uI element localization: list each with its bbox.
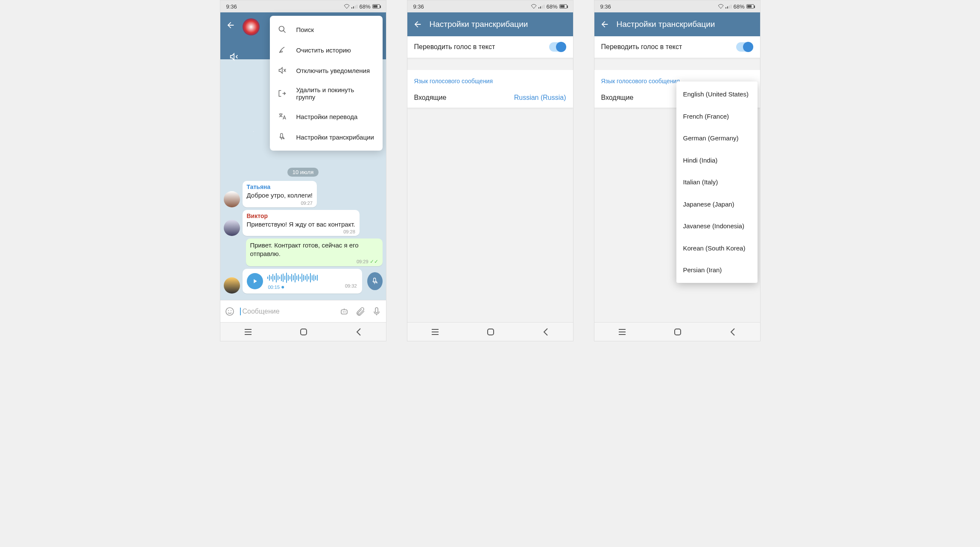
transcribe-fab[interactable]	[367, 272, 383, 290]
emoji-icon[interactable]	[224, 306, 236, 317]
message-row: Татьяна Доброе утро, коллеги! 09:27	[224, 181, 383, 207]
avatar[interactable]	[224, 277, 240, 294]
read-checks-icon: ✓✓	[370, 259, 378, 265]
wifi-icon	[344, 4, 350, 9]
toggle-voice-to-text-row[interactable]: Переводить голос в текст	[407, 36, 573, 58]
svg-rect-21	[540, 6, 541, 9]
status-right: 68%	[718, 3, 754, 10]
back-button[interactable]	[600, 19, 610, 29]
message-input[interactable]: Сообщение	[240, 308, 334, 315]
svg-rect-31	[731, 5, 731, 9]
menu-item-mute[interactable]: Отключить уведомления	[270, 60, 383, 81]
battery-icon	[372, 4, 380, 9]
message-bubble[interactable]: Виктор Приветствую! Я жду от вас контрак…	[243, 210, 360, 236]
svg-rect-6	[280, 134, 282, 138]
nav-home[interactable]	[673, 328, 682, 336]
message-bubble-own[interactable]: Привет. Контракт готов, сейчас я его отп…	[246, 239, 383, 266]
nav-back[interactable]	[542, 328, 549, 336]
status-time: 9:36	[226, 3, 237, 10]
menu-item-leave-group[interactable]: Удалить и покинуть группу	[270, 81, 383, 106]
menu-item-search[interactable]: Поиск	[270, 19, 383, 40]
menu-item-translate-settings[interactable]: Настройки перевода	[270, 106, 383, 127]
language-option[interactable]: Hindi (India)	[676, 149, 758, 172]
nav-home[interactable]	[299, 328, 308, 336]
avatar[interactable]	[224, 220, 240, 236]
incoming-language-row[interactable]: Входящие Russian (Russia)	[407, 88, 573, 108]
svg-point-10	[231, 310, 231, 311]
status-bar: 9:36 68%	[594, 0, 760, 12]
voice-message-row: 00:15 ● 09:32	[224, 269, 383, 294]
back-button[interactable]	[412, 19, 423, 29]
phone-screen-2: 9:36 68% Настройки транскрибации Перевод…	[407, 0, 573, 341]
svg-rect-7	[373, 278, 375, 282]
language-option[interactable]: Persian (Iran)	[676, 259, 758, 281]
status-bar: 9:36 68%	[407, 0, 573, 12]
svg-rect-3	[357, 5, 357, 9]
attach-icon[interactable]	[354, 306, 366, 317]
message-text: Приветствую! Я жду от вас контракт.	[247, 220, 355, 229]
sender-name: Виктор	[247, 212, 355, 219]
menu-item-transcribe-settings[interactable]: Настройки транскрибации	[270, 127, 383, 147]
bot-icon[interactable]	[338, 306, 350, 317]
svg-rect-22	[542, 6, 543, 9]
nav-recents[interactable]	[244, 329, 252, 335]
language-option[interactable]: Italian (Italy)	[676, 171, 758, 193]
wifi-icon	[718, 4, 724, 9]
waveform[interactable]	[267, 272, 358, 283]
svg-point-4	[279, 26, 284, 32]
svg-rect-0	[351, 7, 352, 9]
message-time: 09:29✓✓	[250, 259, 378, 265]
avatar[interactable]	[224, 191, 240, 207]
unmute-icon[interactable]	[225, 48, 243, 65]
mic-icon[interactable]	[371, 306, 383, 317]
status-time: 9:36	[600, 3, 611, 10]
svg-point-12	[342, 311, 343, 312]
message-bubble[interactable]: Татьяна Доброе утро, коллеги! 09:27	[243, 181, 317, 207]
language-dropdown: English (United States) French (France) …	[676, 81, 758, 283]
battery-text: 68%	[359, 3, 370, 10]
language-option[interactable]: Japanese (Japan)	[676, 193, 758, 215]
language-option[interactable]: Javanese (Indonesia)	[676, 215, 758, 237]
toggle-switch[interactable]	[736, 42, 753, 52]
incoming-label: Входящие	[601, 94, 634, 102]
svg-rect-19	[301, 329, 307, 335]
battery-text: 68%	[733, 3, 744, 10]
message-row: Виктор Приветствую! Я жду от вас контрак…	[224, 210, 383, 236]
language-option[interactable]: Korean (South Korea)	[676, 237, 758, 259]
nav-back[interactable]	[355, 328, 362, 336]
menu-item-clear-history[interactable]: Очистить историю	[270, 40, 383, 60]
back-button[interactable]	[225, 20, 236, 30]
voice-duration: 00:15 ●	[268, 283, 285, 290]
wifi-icon	[531, 4, 537, 9]
toggle-switch[interactable]	[549, 42, 566, 52]
android-nav-bar	[220, 322, 386, 341]
nav-recents[interactable]	[618, 329, 626, 335]
mic-aa-icon	[278, 132, 287, 142]
language-option[interactable]: English (United States)	[676, 83, 758, 105]
toggle-voice-to-text-row[interactable]: Переводить голос в текст	[594, 36, 760, 58]
svg-point-13	[344, 311, 345, 312]
nav-recents[interactable]	[431, 329, 439, 335]
play-button[interactable]	[247, 273, 263, 289]
svg-rect-28	[725, 7, 726, 9]
menu-label: Настройки транскрибации	[296, 134, 374, 141]
incoming-label: Входящие	[414, 94, 447, 102]
signal-icon	[538, 4, 544, 9]
language-option[interactable]: German (Germany)	[676, 127, 758, 149]
section-spacer	[594, 58, 760, 70]
svg-rect-29	[727, 6, 728, 9]
svg-rect-15	[375, 308, 378, 313]
voice-bubble[interactable]: 00:15 ● 09:32	[243, 269, 362, 294]
chat-avatar[interactable]	[243, 18, 260, 35]
signal-icon	[351, 4, 357, 9]
signal-icon	[725, 4, 731, 9]
section-spacer	[407, 58, 573, 70]
message-time: 09:27	[247, 201, 313, 206]
sender-name: Татьяна	[247, 183, 313, 190]
battery-icon	[559, 4, 567, 9]
nav-home[interactable]	[486, 328, 495, 336]
menu-label: Отключить уведомления	[296, 67, 370, 74]
nav-back[interactable]	[729, 328, 736, 336]
search-icon	[278, 25, 287, 34]
language-option[interactable]: French (France)	[676, 105, 758, 128]
